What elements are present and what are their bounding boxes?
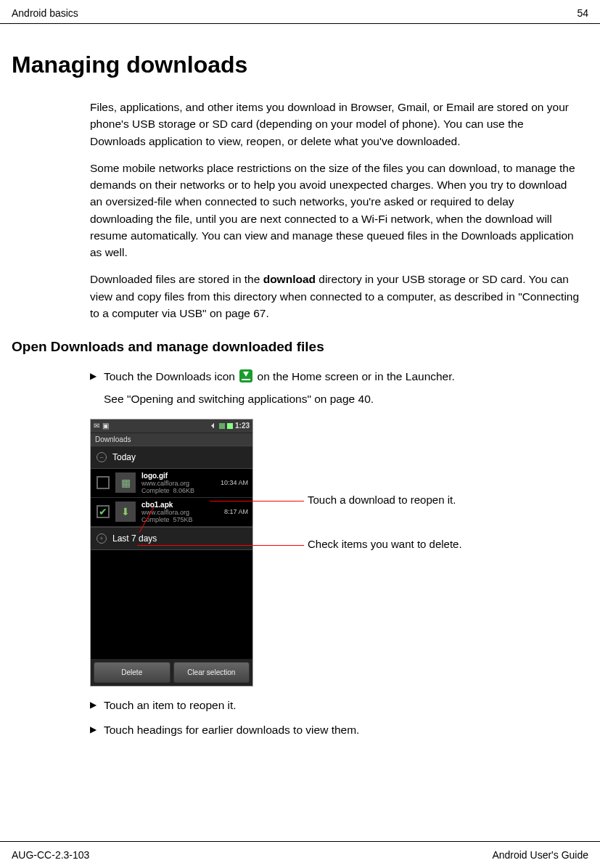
step-3: ▶ Touch headings for earlier downloads t…	[90, 721, 580, 740]
file-time: 8:17 AM	[224, 508, 248, 515]
item-checkbox[interactable]	[96, 476, 110, 489]
step-bullet-icon: ▶	[90, 697, 96, 713]
page-footer: AUG-CC-2.3-103 Android User's Guide	[0, 841, 600, 861]
file-size: 575KB	[173, 516, 193, 523]
status-bar: ✉ ▣ 🞀 1:23	[91, 419, 252, 433]
collapse-icon: –	[96, 452, 107, 462]
file-time: 10:34 AM	[221, 479, 248, 486]
file-thumbnail: ⬇	[115, 501, 136, 522]
delete-button[interactable]: Delete	[94, 662, 170, 683]
group-header-last7[interactable]: + Last 7 days	[91, 527, 252, 550]
file-source: www.calflora.org	[141, 509, 221, 516]
step-bullet-icon: ▶	[90, 368, 96, 385]
callout-text-1: Touch a download to reopen it.	[308, 494, 456, 506]
step3-text: Touch headings for earlier downloads to …	[104, 721, 580, 740]
intro-para-3: Downloaded files are stored in the downl…	[90, 271, 580, 322]
status-clock: 1:23	[235, 422, 250, 430]
status-icon: ▣	[102, 422, 109, 430]
signal-icon	[219, 423, 225, 429]
battery-icon	[227, 423, 233, 429]
footer-left: AUG-CC-2.3-103	[12, 849, 89, 861]
section-subtitle: Open Downloads and manage downloaded fil…	[12, 339, 588, 355]
header-page-number: 54	[577, 7, 588, 19]
file-source: www.calflora.org	[141, 480, 218, 487]
step-2: ▶ Touch an item to reopen it.	[90, 697, 580, 715]
status-icon: ✉	[94, 422, 99, 430]
button-bar: Delete Clear selection	[91, 659, 252, 686]
intro-para-1: Files, applications, and other items you…	[90, 99, 580, 150]
file-name: logo.gif	[141, 472, 218, 480]
file-size: 8.06KB	[173, 487, 195, 494]
screenshot-figure: ✉ ▣ 🞀 1:23 Downloads – Today	[90, 419, 580, 687]
content-area: Managing downloads Files, applications, …	[0, 24, 600, 740]
app-title: Downloads	[91, 433, 252, 446]
file-status: Complete	[141, 487, 170, 494]
expand-icon: +	[96, 533, 107, 544]
header-section: Android basics	[12, 7, 78, 19]
file-thumbnail: ▦	[115, 472, 136, 493]
footer-right: Android User's Guide	[492, 849, 588, 861]
group-label-today: Today	[112, 452, 136, 462]
empty-area	[91, 550, 252, 659]
step-1: ▶ Touch the Downloads icon on the Home s…	[90, 368, 580, 409]
group-label-last7: Last 7 days	[112, 533, 157, 544]
step2-text: Touch an item to reopen it.	[104, 697, 580, 715]
step1-post: on the Home screen or in the Launcher.	[254, 370, 455, 382]
intro-para-2: Some mobile networks place restrictions …	[90, 160, 580, 261]
download-item[interactable]: ▦ logo.gif www.calflora.org Complete 8.0…	[91, 469, 252, 498]
item-checkbox-checked[interactable]: ✔	[96, 505, 110, 518]
step-bullet-icon: ▶	[90, 721, 96, 738]
callout-line-2	[137, 545, 304, 546]
callout-text-2: Check items you want to delete.	[308, 538, 462, 550]
page-header: Android basics 54	[0, 0, 600, 24]
step1-pre: Touch the Downloads icon	[104, 370, 238, 382]
page-title: Managing downloads	[12, 52, 588, 78]
step1-see: See "Opening and switching applications"…	[104, 390, 580, 409]
para3-bold: download	[263, 273, 316, 285]
status-icon: 🞀	[210, 422, 217, 430]
para3-pre: Downloaded files are stored in the	[90, 273, 263, 285]
phone-screenshot: ✉ ▣ 🞀 1:23 Downloads – Today	[90, 419, 253, 687]
callout-line-1	[210, 501, 304, 501]
clear-selection-button[interactable]: Clear selection	[173, 662, 250, 683]
download-item[interactable]: ✔ ⬇ cbo1.apk www.calflora.org Complete 5…	[91, 498, 252, 527]
group-header-today[interactable]: – Today	[91, 446, 252, 469]
downloads-app-icon	[239, 369, 252, 382]
